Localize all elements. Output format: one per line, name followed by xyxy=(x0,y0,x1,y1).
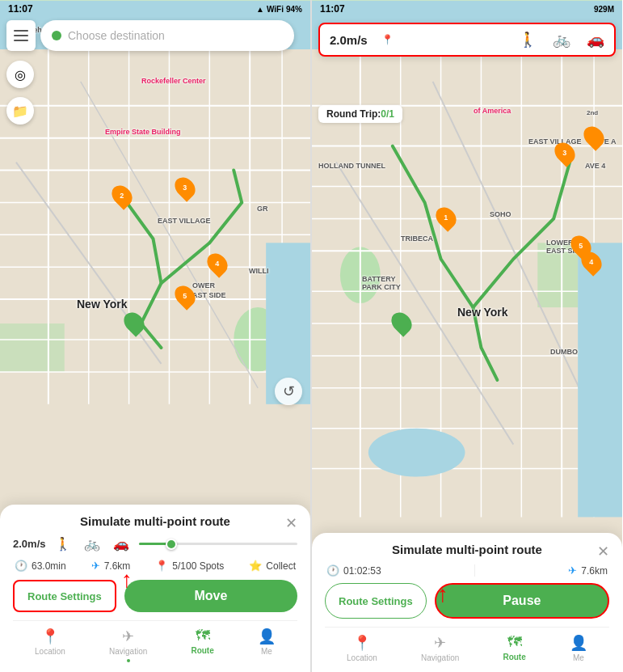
nav-navigation-label: Navigation xyxy=(109,647,147,656)
nav-route-icon-r: 🗺 xyxy=(507,634,522,651)
nav-navigation-indicator xyxy=(127,659,130,662)
panel-title-left: Simulate multi-point route xyxy=(13,514,297,528)
map-label-empire: Empire State Building xyxy=(105,128,181,136)
time-left: 11:07 xyxy=(8,3,33,15)
map-label-gr: GR xyxy=(257,205,268,213)
status-bar-left: 11:07 ▲WiFi94% xyxy=(0,0,310,18)
time-right: 11:07 xyxy=(320,3,345,15)
nav-navigation-left[interactable]: ✈ Navigation xyxy=(109,628,147,662)
speed-slider-track-left xyxy=(139,543,297,545)
location-icon: ◎ xyxy=(15,67,26,82)
nav-me-label: Me xyxy=(261,647,272,656)
pause-button-right[interactable]: Pause xyxy=(435,583,609,619)
map-label-newyork-r: New York xyxy=(457,306,508,319)
right-phone-panel: 2nd AVE 4 AVE A EAST VILLAGE HOLLAND TUN… xyxy=(311,0,622,672)
nav-route-label-r: Route xyxy=(503,653,525,661)
nav-route-left[interactable]: 🗺 Route xyxy=(191,628,213,662)
status-icons-right: 929M xyxy=(594,5,614,14)
nav-me-left[interactable]: 👤 Me xyxy=(258,628,276,662)
marker-green xyxy=(125,311,143,334)
car-icon-left[interactable]: 🚗 xyxy=(113,536,129,552)
marker-1-right: 1 xyxy=(437,206,455,229)
route-settings-button-right[interactable]: Route Settings xyxy=(325,583,427,619)
map-label-ast-side: AST SIDE xyxy=(192,291,226,299)
overlay-speed-panel: 2.0m/s 📍 🚶 🚲 🚗 xyxy=(318,23,616,57)
panel-title-right: Simulate multi-point route xyxy=(325,543,609,556)
nav-me-right[interactable]: 👤 Me xyxy=(570,634,587,662)
hamburger-line-2 xyxy=(14,35,28,36)
map-label-soho: SOHO xyxy=(490,210,511,218)
stat-collect-left: ⭐ Collect xyxy=(249,560,296,572)
hamburger-line-1 xyxy=(14,30,28,32)
overlay-speed-row: 2.0m/s 📍 🚶 🚲 🚗 xyxy=(330,31,604,49)
hamburger-button[interactable] xyxy=(6,20,36,51)
bottom-nav-right: 📍 Location ✈ Navigation 🗺 Route 👤 Me xyxy=(325,627,609,672)
panel-close-right[interactable]: ✕ xyxy=(597,543,609,560)
map-label-tribeca: TRIBECA xyxy=(401,235,433,243)
nav-navigation-right[interactable]: ✈ Navigation xyxy=(421,634,459,662)
stats-row-right: 🕐 01:02:53 ✈ 7.6km xyxy=(325,564,609,577)
map-label-2nd-right: 2nd xyxy=(587,109,598,116)
map-label-new-york: New York xyxy=(77,298,128,311)
map-label-east-village: EAST VILLAGE xyxy=(158,217,211,225)
overlay-car-icon[interactable]: 🚗 xyxy=(587,31,604,49)
speed-label-left: 2.0m/s xyxy=(13,538,45,550)
status-icons-left: ▲WiFi94% xyxy=(256,5,302,14)
location-side-btn[interactable]: ◎ xyxy=(6,61,34,88)
marker-2: 2 xyxy=(113,184,131,207)
map-label-battery-park: BATTERYPARK CITY xyxy=(362,275,401,291)
map-label-willi: WILLI xyxy=(249,267,269,275)
folder-side-btn[interactable]: 📁 xyxy=(6,97,34,125)
overlay-mode-icons: 🚶 🚲 🚗 xyxy=(519,31,604,49)
round-trip-text: Round Trip: xyxy=(326,108,381,120)
svg-rect-3 xyxy=(0,323,65,372)
marker-5: 5 xyxy=(176,285,194,307)
btn-row-left: Route Settings Move xyxy=(13,580,297,612)
left-phone-panel: Weehawken Rockefeller Center Empire Stat… xyxy=(0,0,311,672)
panel-close-left[interactable]: ✕ xyxy=(285,514,297,532)
mode-icons-left: 🚶 🚲 🚗 xyxy=(55,536,129,552)
nav-location-left[interactable]: 📍 Location xyxy=(35,628,65,662)
overlay-walk-icon[interactable]: 🚶 xyxy=(519,31,537,49)
overlay-speed-text: 2.0m/s xyxy=(330,33,372,47)
nav-navigation-label-r: Navigation xyxy=(421,653,459,662)
hamburger-line-3 xyxy=(14,40,28,41)
bike-icon-left[interactable]: 🚲 xyxy=(84,536,100,552)
map-label-holland: HOLLAND TUNNEL xyxy=(318,162,385,170)
stat-dist-right: ✈ 7.6km xyxy=(568,564,608,577)
map-label-america: of America xyxy=(474,107,511,115)
nav-location-right[interactable]: 📍 Location xyxy=(347,634,377,662)
nav-navigation-icon-r: ✈ xyxy=(434,634,446,652)
stat-dist-val-right: 7.6km xyxy=(581,565,608,577)
nav-location-icon-r: 📍 xyxy=(353,634,371,652)
stat-collect-icon: ⭐ xyxy=(249,560,262,572)
route-settings-button-left[interactable]: Route Settings xyxy=(13,580,116,612)
speed-mode-row-left: 2.0m/s 🚶 🚲 🚗 xyxy=(13,536,297,552)
speed-slider-left[interactable] xyxy=(139,543,297,545)
move-button-left[interactable]: Move xyxy=(124,580,297,612)
round-trip-val: 0/1 xyxy=(381,108,394,120)
nav-route-right[interactable]: 🗺 Route xyxy=(503,634,525,662)
stat-spots-left: 📍 5/100 Spots xyxy=(155,560,224,572)
stat-divider xyxy=(474,564,475,577)
reset-button[interactable]: ↺ xyxy=(275,378,302,405)
marker-green-right xyxy=(393,311,410,334)
status-bar-right: 11:07 929M xyxy=(312,0,622,18)
svg-point-48 xyxy=(368,429,465,477)
nav-me-icon-r: 👤 xyxy=(570,634,587,652)
walk-icon-left[interactable]: 🚶 xyxy=(55,536,71,552)
svg-rect-47 xyxy=(578,243,622,517)
stat-dist-icon: ✈ xyxy=(91,560,100,572)
nav-me-label-r: Me xyxy=(573,653,584,662)
map-label-dumbo: DUMBO xyxy=(550,348,578,356)
stats-row-left: 🕐 63.0min ✈ 7.6km 📍 5/100 Spots ⭐ Collec… xyxy=(13,560,297,572)
right-bottom-panel: Simulate multi-point route ✕ 🕐 01:02:53 … xyxy=(312,533,622,672)
marker-3-right: 3 xyxy=(556,142,574,164)
marker-3: 3 xyxy=(176,176,194,199)
stat-dist-icon-right: ✈ xyxy=(568,564,577,577)
arrow-left: ↑ xyxy=(121,567,133,593)
search-bar[interactable]: Choose destination xyxy=(40,20,294,51)
marker-4: 4 xyxy=(208,252,226,275)
folder-icon: 📁 xyxy=(12,104,28,119)
overlay-bike-icon[interactable]: 🚲 xyxy=(553,31,570,49)
